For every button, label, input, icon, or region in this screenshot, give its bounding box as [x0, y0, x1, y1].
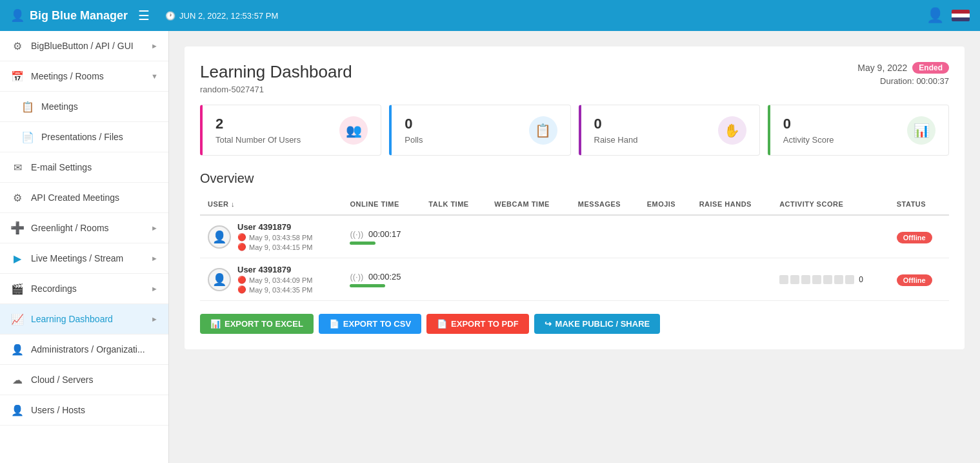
table-row: 👤 User 4391879 🔴 May 9, 03:44:09 PM [200, 258, 949, 301]
gear-icon: ⚙ [10, 39, 25, 53]
sidebar-item-label: Recordings [31, 283, 145, 294]
stat-value-users: 2 [215, 116, 301, 132]
recordings-icon: 🎬 [10, 282, 25, 296]
emojis-cell-2 [639, 258, 692, 301]
col-activity-score: ACTIVITY SCORE [772, 194, 889, 215]
user-cell-2: 👤 User 4391879 🔴 May 9, 03:44:09 PM [200, 258, 342, 301]
meeting-duration: Duration: 00:00:37 [857, 76, 949, 86]
sidebar-item-administrators[interactable]: 👤 Administrators / Organizati... [0, 334, 168, 365]
sidebar-item-label: Presentations / Files [41, 132, 158, 142]
status-cell-2: Offline [889, 258, 949, 301]
stat-cards: 2 Total Number Of Users 👥 0 Polls 📋 0 [200, 105, 949, 156]
activity-stat-icon: 📊 [907, 116, 935, 145]
page-title: Learning Dashboard [200, 62, 352, 82]
user-name: User 4391879 [237, 265, 312, 274]
col-talk-time: TALK TIME [421, 194, 486, 215]
sidebar-item-label: Users / Hosts [31, 405, 158, 415]
chevron-right-icon: ► [151, 42, 158, 50]
col-webcam-time: WEBCAM TIME [486, 194, 570, 215]
clock-icon: 🕐 [165, 11, 175, 21]
sidebar-item-meetings[interactable]: 📋 Meetings [0, 92, 168, 122]
activity-score-cell-1 [772, 215, 889, 258]
sidebar-item-api[interactable]: ⚙ API Created Meetings [0, 183, 168, 213]
status-badge: Offline [897, 232, 932, 243]
time-bar [350, 284, 385, 287]
users-stat-icon: 👥 [339, 116, 368, 145]
dash-title-area: Learning Dashboard random-5027471 [200, 62, 352, 94]
clipboard-icon: 📋 [21, 99, 35, 114]
avatar: 👤 [208, 268, 231, 291]
dash-status-area: May 9, 2022 Ended Duration: 00:00:37 [857, 62, 949, 86]
export-pdf-button[interactable]: 📄 EXPORT TO PDF [426, 314, 529, 334]
excel-icon: 📊 [210, 319, 221, 329]
sidebar-item-bigbluebutton[interactable]: ⚙ BigBlueButton / API / GUI ► [0, 31, 168, 61]
raise-hands-cell-2 [692, 258, 772, 301]
table-row: 👤 User 4391879 🔴 May 9, 03:43:58 PM [200, 215, 949, 258]
stat-label-activity: Activity Score [783, 135, 834, 145]
stat-label-polls: Polls [405, 135, 423, 145]
webcam-time-cell-1 [486, 215, 570, 258]
logo: 👤 Big Blue Manager [10, 8, 128, 23]
sidebar-item-email[interactable]: ✉ E-mail Settings [0, 152, 168, 183]
play-icon: ▶ [10, 251, 25, 265]
talk-time-cell-2 [421, 258, 486, 301]
sidebar-item-label: Meetings [41, 101, 158, 112]
share-icon: ↪ [545, 319, 552, 329]
pdf-icon: 📄 [437, 319, 447, 329]
talk-time-cell-1 [421, 215, 486, 258]
activity-dots: 0 [779, 275, 881, 284]
chevron-right-icon: ► [151, 224, 158, 232]
chevron-right-icon: ► [151, 254, 158, 262]
col-emojis: EMOJIS [639, 194, 692, 215]
raise-hands-cell-1 [692, 215, 772, 258]
user-joined: 🔴 May 9, 03:43:58 PM [237, 233, 312, 242]
sidebar-item-label: Administrators / Organizati... [31, 344, 158, 355]
sidebar-item-users[interactable]: 👤 Users / Hosts [0, 395, 168, 426]
users-icon: 👤 [10, 403, 25, 417]
file-icon: 📄 [21, 130, 35, 144]
col-raise-hands: RAISE HANDS [692, 194, 772, 215]
status-badge: Offline [897, 274, 932, 286]
overview-table: USER ↓ ONLINE TIME TALK TIME WEBCAM TIME… [200, 194, 949, 301]
export-excel-button[interactable]: 📊 EXPORT TO EXCEL [200, 314, 314, 334]
export-csv-button[interactable]: 📄 EXPORT TO CSV [319, 314, 421, 334]
user-cell-1: 👤 User 4391879 🔴 May 9, 03:43:58 PM [200, 215, 342, 258]
sidebar-item-meetings-rooms[interactable]: 📅 Meetings / Rooms ▼ [0, 61, 168, 92]
sidebar-item-greenlight[interactable]: ➕ Greenlight / Rooms ► [0, 213, 168, 243]
activity-count: 0 [859, 275, 863, 284]
calendar-icon: 📅 [10, 69, 25, 83]
status-badge: Ended [912, 62, 949, 74]
stat-label-raise: Raise Hand [594, 135, 638, 145]
overview-title: Overview [200, 171, 949, 186]
webcam-time-cell-2 [486, 258, 570, 301]
stat-value-polls: 0 [405, 116, 423, 132]
col-user[interactable]: USER ↓ [200, 194, 342, 215]
language-flag[interactable] [952, 10, 970, 21]
sidebar-item-presentations[interactable]: 📄 Presentations / Files [0, 122, 168, 152]
stat-card-activity: 0 Activity Score 📊 [768, 105, 949, 156]
sidebar-item-learning[interactable]: 📈 Learning Dashboard ► [0, 304, 168, 334]
col-status: STATUS [889, 194, 949, 215]
logo-icon: 👤 [10, 8, 25, 23]
datetime-text: JUN 2, 2022, 12:53:57 PM [179, 11, 278, 21]
sidebar-item-label: Greenlight / Rooms [31, 223, 145, 233]
status-cell-1: Offline [889, 215, 949, 258]
sidebar-item-recordings[interactable]: 🎬 Recordings ► [0, 274, 168, 304]
sidebar-item-label: Meetings / Rooms [31, 71, 145, 81]
col-online-time: ONLINE TIME [342, 194, 421, 215]
stat-card-raise: 0 Raise Hand ✋ [579, 105, 760, 156]
make-public-button[interactable]: ↪ MAKE PUBLIC / SHARE [534, 314, 661, 334]
messages-cell-1 [570, 215, 639, 258]
dash-header: Learning Dashboard random-5027471 May 9,… [200, 62, 949, 94]
sidebar-item-cloud[interactable]: ☁ Cloud / Servers [0, 365, 168, 395]
meeting-id: random-5027471 [200, 85, 352, 94]
online-time-cell-1: ((·)) 00:00:17 [342, 215, 421, 258]
avatar: 👤 [208, 225, 231, 249]
export-buttons: 📊 EXPORT TO EXCEL 📄 EXPORT TO CSV 📄 EXPO… [200, 314, 949, 334]
hamburger-menu[interactable]: ☰ [138, 8, 150, 23]
admin-icon: 👤 [10, 342, 25, 356]
user-icon[interactable]: 👤 [926, 7, 944, 24]
meeting-date: May 9, 2022 Ended [857, 62, 949, 74]
sidebar-item-live[interactable]: ▶ Live Meetings / Stream ► [0, 243, 168, 274]
stat-card-polls: 0 Polls 📋 [389, 105, 570, 156]
